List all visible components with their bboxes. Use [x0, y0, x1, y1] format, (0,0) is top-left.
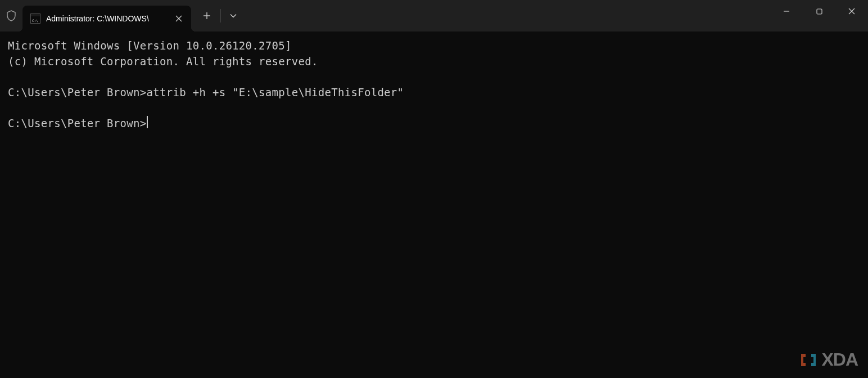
tab-close-button[interactable]: [171, 11, 187, 26]
maximize-button[interactable]: [803, 0, 835, 22]
watermark: XDA: [799, 349, 858, 370]
minimize-button[interactable]: [770, 0, 803, 22]
tab-title: Administrator: C:\WINDOWS\: [46, 14, 165, 23]
cursor: [147, 116, 148, 128]
terminal-output[interactable]: Microsoft Windows [Version 10.0.26120.27…: [0, 32, 868, 138]
title-bar: C:\ Administrator: C:\WINDOWS\: [0, 0, 868, 32]
xda-logo-icon: [799, 350, 818, 370]
toolbar-divider: [220, 9, 221, 22]
cmd-icon: C:\: [30, 14, 40, 24]
window-controls: [770, 0, 868, 22]
terminal-line: C:\Users\Peter Brown>attrib +h +s "E:\sa…: [8, 86, 404, 98]
terminal-prompt: C:\Users\Peter Brown>: [8, 117, 147, 129]
terminal-line: (c) Microsoft Corporation. All rights re…: [8, 55, 318, 68]
watermark-text: XDA: [821, 349, 858, 370]
active-tab[interactable]: C:\ Administrator: C:\WINDOWS\: [22, 6, 191, 32]
tab-dropdown-button[interactable]: [223, 4, 243, 27]
close-button[interactable]: [835, 0, 868, 22]
new-tab-button[interactable]: [196, 4, 218, 27]
terminal-line: Microsoft Windows [Version 10.0.26120.27…: [8, 39, 292, 52]
svg-rect-5: [817, 9, 822, 14]
